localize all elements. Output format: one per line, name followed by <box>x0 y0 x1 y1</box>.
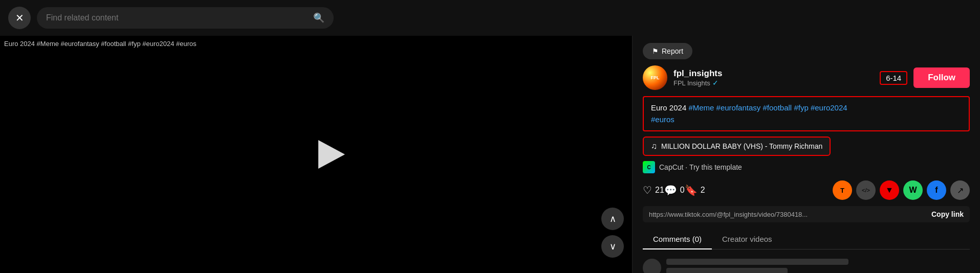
nav-up-button[interactable]: ∧ <box>601 208 624 230</box>
report-button[interactable]: ⚑ Report <box>643 43 692 59</box>
description-text: Euro 2024 <box>651 103 688 112</box>
url-text: https://www.tiktok.com/@fpl_insights/vid… <box>649 211 926 218</box>
nav-down-button[interactable]: ∨ <box>601 235 624 258</box>
flag-icon: ⚑ <box>652 47 659 55</box>
music-box[interactable]: ♫ MILLION DOLLAR BABY (VHS) - Tommy Rich… <box>643 136 831 156</box>
music-title: MILLION DOLLAR BABY (VHS) - Tommy Richma… <box>661 142 822 150</box>
capcut-label: CapCut · Try this template <box>659 163 742 171</box>
comment-icon: 💬 <box>664 184 677 196</box>
chevron-up-icon: ∧ <box>609 213 616 224</box>
hashtag-euro2024: #euro2024 <box>811 103 847 112</box>
search-input[interactable] <box>46 13 309 22</box>
tabs-row: Comments (0) Creator videos <box>643 230 970 249</box>
avatar: FPL <box>643 65 667 90</box>
tab-creator-videos[interactable]: Creator videos <box>712 230 782 249</box>
facebook-share-button[interactable]: f <box>927 180 946 200</box>
top-bar: ✕ 🔍 <box>0 0 980 36</box>
report-area: ⚑ Report <box>643 43 970 59</box>
hashtag-football: #football <box>763 103 794 112</box>
hashtag-eurofantasy: #eurofantasy <box>716 103 763 112</box>
search-button[interactable]: 🔍 <box>313 12 324 24</box>
bookmarks-stat: 🔖 2 <box>685 184 705 196</box>
whatsapp-share-button[interactable]: W <box>903 180 923 200</box>
comments-count: 0 <box>680 186 685 195</box>
play-triangle-icon <box>318 140 345 169</box>
tiktok-share-button[interactable]: T <box>833 180 852 200</box>
hashtag-euros: #euros <box>651 115 674 124</box>
heart-icon: ♡ <box>643 184 652 196</box>
likes-stat: ♡ 21 <box>643 184 664 196</box>
right-panel: ⚑ Report FPL fpl_insights FPL Insights ✓… <box>632 36 980 273</box>
profile-info: fpl_insights FPL Insights ✓ <box>673 69 874 87</box>
copy-link-button[interactable]: Copy link <box>931 210 964 218</box>
avatar-image: FPL <box>643 65 667 90</box>
tab-comments[interactable]: Comments (0) <box>643 230 712 249</box>
tiktok-icon: T <box>840 187 844 194</box>
search-icon: 🔍 <box>313 13 324 23</box>
video-panel: Euro 2024 #Meme #eurofantasy #football #… <box>0 36 632 273</box>
hashtag-fyp: #fyp <box>794 103 811 112</box>
description-box: Euro 2024 #Meme #eurofantasy #football #… <box>643 96 970 131</box>
whatsapp-icon: W <box>909 186 917 195</box>
comments-stat: 💬 0 <box>664 184 685 196</box>
comment-placeholder <box>643 255 970 273</box>
comment-lines <box>666 259 970 273</box>
nav-buttons: ∧ ∨ <box>601 208 624 258</box>
music-note-icon: ♫ <box>651 142 657 151</box>
profile-name: fpl_insights <box>673 69 874 79</box>
share-button[interactable]: ↗ <box>950 180 970 200</box>
embed-button[interactable]: </> <box>856 180 876 200</box>
profile-row: FPL fpl_insights FPL Insights ✓ 6-14 Fol… <box>643 65 970 90</box>
facebook-icon: f <box>935 186 938 195</box>
comment-avatar <box>643 259 661 273</box>
video-title: Euro 2024 #Meme #eurofantasy #football #… <box>4 40 197 48</box>
capcut-icon: C <box>643 161 655 173</box>
bookmark-icon: 🔖 <box>685 184 698 196</box>
likes-count: 21 <box>655 186 664 195</box>
stats-share-row: ♡ 21 💬 0 🔖 2 T </> ▼ <box>643 180 970 200</box>
capcut-row: C CapCut · Try this template <box>643 161 970 173</box>
main-content: Euro 2024 #Meme #eurofantasy #football #… <box>0 36 980 273</box>
share-icons-group: T </> ▼ W f ↗ <box>833 180 970 200</box>
posted-date-box: 6-14 <box>880 71 907 85</box>
bookmarks-count: 2 <box>701 186 705 195</box>
close-button[interactable]: ✕ <box>8 7 31 29</box>
follow-button[interactable]: Follow <box>913 67 970 88</box>
chevron-down-icon: ∨ <box>609 241 616 252</box>
hashtag-meme: #Meme <box>688 103 716 112</box>
code-icon: </> <box>862 187 870 193</box>
play-button[interactable] <box>316 139 347 170</box>
url-row: https://www.tiktok.com/@fpl_insights/vid… <box>643 206 970 222</box>
comment-line-2 <box>666 268 788 273</box>
share-icon: ↗ <box>957 186 964 195</box>
profile-subtitle: FPL Insights ✓ <box>673 79 874 87</box>
comment-line-1 <box>666 259 848 265</box>
download-icon: ▼ <box>885 186 894 195</box>
download-button[interactable]: ▼ <box>880 180 899 200</box>
search-container: 🔍 <box>37 7 334 29</box>
verified-icon: ✓ <box>712 79 718 87</box>
